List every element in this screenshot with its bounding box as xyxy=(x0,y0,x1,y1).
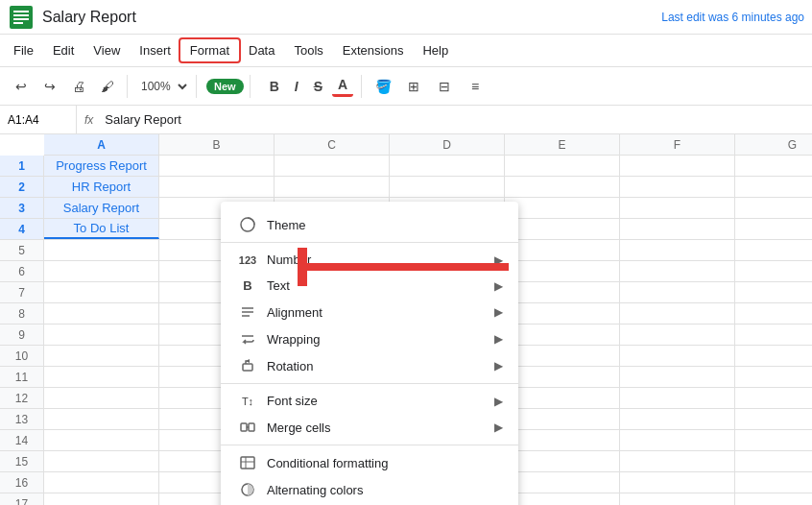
col-header-g[interactable]: G xyxy=(735,134,812,155)
row-num-3[interactable]: 3 xyxy=(0,198,44,218)
row-num-15[interactable]: 15 xyxy=(0,451,44,471)
cell-c1[interactable] xyxy=(275,156,390,176)
cell-e2[interactable] xyxy=(505,177,620,197)
cell-e3[interactable] xyxy=(505,198,620,218)
cell-g1[interactable] xyxy=(735,156,812,176)
row-num-2[interactable]: 2 xyxy=(0,177,44,197)
col-header-e[interactable]: E xyxy=(505,134,620,155)
menu-item-text[interactable]: B Text ▶ xyxy=(221,273,518,299)
zoom-selector[interactable]: 100% 75% 50% 125% 150% xyxy=(133,77,190,96)
cell-g2[interactable] xyxy=(735,177,812,197)
cell-f1[interactable] xyxy=(620,156,735,176)
cell-c2[interactable] xyxy=(275,177,390,197)
menu-item-alternating[interactable]: Alternating colors xyxy=(221,476,518,503)
formatting-buttons: B I S A 🪣 ⊞ ⊟ ≡ xyxy=(264,73,489,100)
undo-button[interactable]: ↩ xyxy=(8,73,35,100)
menu-bar: File Edit View Insert Format Data Tools … xyxy=(0,35,812,67)
menu-item-wrapping[interactable]: Wrapping ▶ xyxy=(221,325,518,352)
row-num-8[interactable]: 8 xyxy=(0,303,44,324)
row-num-10[interactable]: 10 xyxy=(0,346,44,366)
row-num-6[interactable]: 6 xyxy=(0,261,44,281)
borders-button[interactable]: ⊞ xyxy=(400,73,427,100)
cell-a1[interactable]: Progress Report xyxy=(44,156,159,176)
col-header-f[interactable]: F xyxy=(620,134,735,155)
menu-item-merge[interactable]: Merge cells ▶ xyxy=(221,414,518,441)
col-header-b[interactable]: B xyxy=(159,134,275,155)
formula-bar: A1:A4 fx Salary Report xyxy=(0,106,812,134)
cell-g4[interactable] xyxy=(735,219,812,239)
menu-item-theme[interactable]: Theme xyxy=(221,211,518,238)
row-num-17[interactable]: 17 xyxy=(0,493,44,505)
theme-icon xyxy=(236,217,259,232)
menu-view[interactable]: View xyxy=(84,39,130,61)
menu-tools[interactable]: Tools xyxy=(284,39,332,61)
cell-b1[interactable] xyxy=(159,156,275,176)
cell-b2[interactable] xyxy=(159,177,275,197)
fill-color-button[interactable]: 🪣 xyxy=(370,73,396,100)
row-num-13[interactable]: 13 xyxy=(0,409,44,429)
rotation-arrow-icon: ▶ xyxy=(494,359,503,373)
menu-section-theme: Theme xyxy=(221,207,518,243)
formula-value[interactable]: Salary Report xyxy=(101,112,812,127)
menu-item-fontsize[interactable]: T↕ Font size ▶ xyxy=(221,388,518,414)
row-num-12[interactable]: 12 xyxy=(0,388,44,408)
paint-format-button[interactable]: 🖌 xyxy=(94,73,121,100)
toolbar: ↩ ↪ 🖨 🖌 100% 75% 50% 125% 150% New B I S… xyxy=(0,67,812,106)
cell-a5[interactable] xyxy=(44,240,159,260)
cell-a2[interactable]: HR Report xyxy=(44,177,159,197)
cell-e1[interactable] xyxy=(505,156,620,176)
menu-file[interactable]: File xyxy=(4,39,43,61)
row-num-14[interactable]: 14 xyxy=(0,430,44,450)
menu-extensions[interactable]: Extensions xyxy=(333,39,414,61)
conditional-icon xyxy=(236,455,259,470)
cell-d1[interactable] xyxy=(390,156,505,176)
svg-rect-10 xyxy=(243,364,252,371)
row-num-16[interactable]: 16 xyxy=(0,472,44,493)
strikethrough-button[interactable]: S xyxy=(308,77,328,96)
row-num-4[interactable]: 4 xyxy=(0,219,44,239)
alignment-icon xyxy=(236,304,259,320)
col-header-c[interactable]: C xyxy=(275,134,390,155)
menu-item-alignment[interactable]: Alignment ▶ xyxy=(221,299,518,325)
cell-a3[interactable]: Salary Report xyxy=(44,198,159,218)
toolbar-separator-3 xyxy=(250,75,251,98)
row-num-1[interactable]: 1 xyxy=(0,156,44,176)
menu-format[interactable]: Format xyxy=(180,39,239,61)
cell-e4[interactable] xyxy=(505,219,620,239)
print-button[interactable]: 🖨 xyxy=(65,73,92,100)
menu-help[interactable]: Help xyxy=(413,39,458,61)
text-color-button[interactable]: A xyxy=(332,75,353,97)
redo-button[interactable]: ↪ xyxy=(36,73,63,100)
cell-f2[interactable] xyxy=(620,177,735,197)
cell-reference[interactable]: A1:A4 xyxy=(0,106,77,133)
svg-rect-14 xyxy=(241,457,254,469)
col-header-a[interactable]: A xyxy=(44,134,159,155)
italic-button[interactable]: I xyxy=(289,77,304,96)
menu-item-conditional[interactable]: Conditional formatting xyxy=(221,449,518,476)
row-num-5[interactable]: 5 xyxy=(0,240,44,260)
menu-edit[interactable]: Edit xyxy=(43,39,84,61)
cell-g3[interactable] xyxy=(735,198,812,218)
menu-item-rotation[interactable]: Rotation ▶ xyxy=(221,352,518,379)
cell-f3[interactable] xyxy=(620,198,735,218)
row-num-7[interactable]: 7 xyxy=(0,282,44,302)
alignment-label: Alignment xyxy=(267,305,494,320)
menu-insert[interactable]: Insert xyxy=(130,39,180,61)
document-title: Salary Report xyxy=(42,9,661,26)
menu-item-number[interactable]: 123 Number ▶ xyxy=(221,247,518,273)
merge-button[interactable]: ⊟ xyxy=(431,73,458,100)
cell-f4[interactable] xyxy=(620,219,735,239)
cell-d2[interactable] xyxy=(390,177,505,197)
align-button[interactable]: ≡ xyxy=(462,73,489,100)
svg-rect-2 xyxy=(13,14,29,16)
bold-button[interactable]: B xyxy=(264,77,285,96)
svg-rect-11 xyxy=(241,423,247,431)
cell-a4[interactable]: To Do List xyxy=(44,219,159,239)
app-icon xyxy=(8,4,35,31)
row-num-9[interactable]: 9 xyxy=(0,325,44,345)
table-row: 1 Progress Report xyxy=(0,156,812,177)
menu-data[interactable]: Data xyxy=(239,39,284,61)
col-header-d[interactable]: D xyxy=(390,134,505,155)
column-headers: A B C D E F G xyxy=(44,134,812,156)
row-num-11[interactable]: 11 xyxy=(0,367,44,387)
